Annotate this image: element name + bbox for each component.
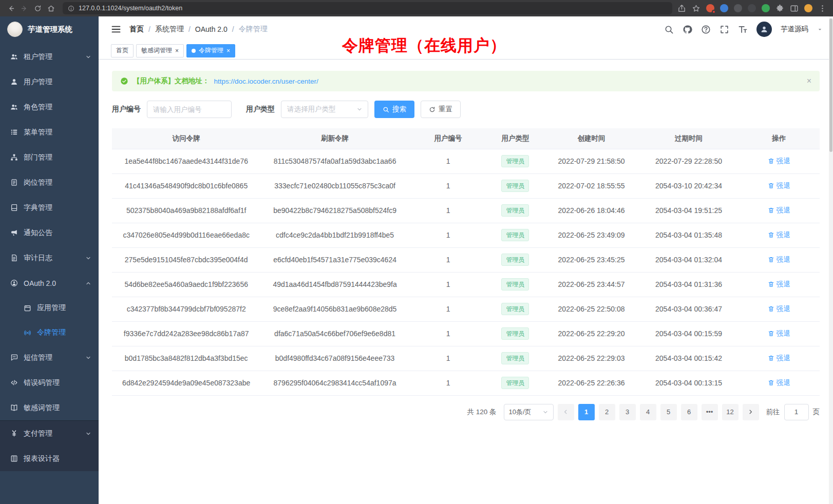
caret-down-icon[interactable]: [817, 27, 823, 32]
page-button-2[interactable]: 2: [599, 404, 615, 420]
sidebar-item-label: 错误码管理: [24, 378, 60, 387]
force-logout-button[interactable]: 强退: [768, 181, 790, 190]
bookmark-star-icon[interactable]: [692, 4, 701, 13]
document-icon: [10, 254, 18, 262]
fullscreen-icon[interactable]: [720, 25, 729, 34]
expire-time-value: 2054-03-04 01:35:48: [655, 231, 722, 239]
user-id-input[interactable]: [147, 101, 232, 118]
expire-time-value: 2054-03-04 01:31:36: [655, 280, 722, 288]
browser-back-button[interactable]: [4, 2, 17, 15]
breadcrumb-item[interactable]: 首页: [129, 25, 144, 34]
prev-page-button[interactable]: [558, 404, 574, 420]
force-logout-button[interactable]: 强退: [768, 230, 790, 240]
access-token-value: 275e5de9151045fe87cbdc395e004f4d: [125, 256, 248, 264]
extension-icon[interactable]: [762, 4, 770, 12]
tab-sensitive-word[interactable]: 敏感词管理 ×: [136, 44, 184, 57]
browser-home-button[interactable]: [44, 2, 58, 15]
browser-reload-button[interactable]: [31, 2, 44, 15]
profile-avatar-icon[interactable]: [804, 4, 812, 12]
extensions-puzzle-icon[interactable]: [775, 4, 784, 13]
page-button-4[interactable]: 4: [640, 404, 656, 420]
tab-label: 首页: [116, 46, 128, 55]
url-text[interactable]: 127.0.0.1:1024/system/oauth2/token: [79, 5, 182, 12]
force-logout-button[interactable]: 强退: [768, 378, 790, 387]
force-logout-button[interactable]: 强退: [768, 255, 790, 264]
address-bar[interactable]: 127.0.0.1:1024/system/oauth2/token: [63, 2, 672, 14]
sidebar-item-dept[interactable]: 部门管理: [0, 145, 99, 170]
sidebar-item-tenant[interactable]: 租户管理: [0, 44, 99, 69]
more-pages-button[interactable]: •••: [702, 404, 718, 420]
window-scrollbar[interactable]: [829, 16, 833, 504]
sidebar-item-token-manage[interactable]: 令牌管理: [0, 320, 99, 345]
access-token-value: c347026e805e4d99b0d116eae66eda8c: [123, 231, 250, 239]
create-time-value: 2022-06-25 23:49:09: [558, 231, 625, 239]
breadcrumb-item[interactable]: 系统管理: [155, 25, 184, 34]
page-button-6[interactable]: 6: [681, 404, 697, 420]
avatar[interactable]: [756, 22, 772, 37]
page-button-3[interactable]: 3: [619, 404, 636, 420]
tab-close-icon[interactable]: ×: [226, 48, 230, 54]
next-page-button[interactable]: [743, 404, 759, 420]
sidebar-item-app-manage[interactable]: 应用管理: [0, 296, 99, 320]
alert-close-icon[interactable]: ×: [807, 77, 811, 85]
users-icon: [10, 53, 18, 61]
sidebar-item-oauth[interactable]: OAuth 2.0: [0, 270, 99, 296]
trash-icon: [768, 182, 774, 189]
force-logout-button[interactable]: 强退: [768, 206, 790, 215]
search-button[interactable]: 搜索: [374, 101, 414, 118]
app-logo[interactable]: 芋道管理系统: [0, 16, 99, 42]
goto-page-input[interactable]: [784, 404, 809, 420]
sidebar-item-sensitive-word[interactable]: 敏感词管理: [0, 395, 99, 420]
help-icon[interactable]: [701, 25, 711, 34]
extension-icon[interactable]: [734, 4, 742, 12]
sidebar-item-audit-log[interactable]: 审计日志: [0, 245, 99, 270]
sidebar-item-sms[interactable]: 短信管理: [0, 345, 99, 370]
force-logout-button[interactable]: 强退: [768, 304, 790, 314]
share-icon[interactable]: [677, 4, 686, 13]
side-panel-icon[interactable]: [790, 4, 799, 13]
search-icon[interactable]: [664, 25, 674, 34]
browser-forward-button[interactable]: [17, 2, 31, 15]
page-button-12[interactable]: 12: [722, 404, 739, 420]
sidebar-item-notice[interactable]: 通知公告: [0, 220, 99, 245]
sidebar-item-role[interactable]: 角色管理: [0, 94, 99, 120]
extension-icon[interactable]: [748, 4, 756, 12]
breadcrumb-item[interactable]: OAuth 2.0: [195, 25, 228, 33]
page-size-select[interactable]: 10条/页: [504, 404, 554, 420]
force-logout-button[interactable]: 强退: [768, 157, 790, 166]
sidebar-item-label: 字典管理: [24, 203, 52, 212]
expire-time-value: 2054-03-04 19:51:25: [655, 206, 722, 215]
force-logout-button[interactable]: 强退: [768, 280, 790, 289]
reset-button[interactable]: 重置: [421, 101, 461, 118]
font-size-icon[interactable]: [738, 25, 748, 34]
site-info-icon[interactable]: [68, 5, 74, 12]
github-icon[interactable]: [683, 25, 692, 34]
tab-token-manage[interactable]: 令牌管理 ×: [186, 44, 235, 57]
sidebar-item-user[interactable]: 用户管理: [0, 69, 99, 94]
table-row: 6d842e2924594de9a09e45e087323abe 8796295…: [112, 371, 820, 395]
extension-icon[interactable]: [706, 4, 714, 12]
sidebar-item-report-designer[interactable]: 报表设计器: [0, 446, 99, 471]
browser-menu-icon[interactable]: [818, 4, 827, 13]
force-logout-button[interactable]: 强退: [768, 329, 790, 338]
username[interactable]: 芋道源码: [781, 25, 808, 34]
page-button-1[interactable]: 1: [578, 404, 595, 420]
scrollbar-thumb[interactable]: [829, 18, 832, 152]
search-icon: [383, 106, 389, 113]
extension-icon[interactable]: [720, 4, 728, 12]
tab-close-icon[interactable]: ×: [175, 48, 179, 54]
page-button-5[interactable]: 5: [660, 404, 677, 420]
access-token-value: f9336e7c7dd242a283ee98dc86b17a87: [124, 329, 249, 338]
sidebar-item-menu[interactable]: 菜单管理: [0, 120, 99, 145]
sidebar-item-pay[interactable]: 支付管理: [0, 421, 99, 446]
user-type-select[interactable]: 请选择用户类型: [281, 101, 368, 118]
tab-label: 令牌管理: [199, 46, 223, 55]
force-logout-button[interactable]: 强退: [768, 354, 790, 363]
sidebar-item-dict[interactable]: 字典管理: [0, 195, 99, 220]
doc-link[interactable]: https://doc.iocoder.cn/user-center/: [214, 77, 318, 85]
collapse-sidebar-icon[interactable]: [111, 24, 121, 34]
tab-label: 敏感词管理: [141, 46, 172, 55]
tab-home[interactable]: 首页: [111, 44, 134, 57]
sidebar-item-post[interactable]: 岗位管理: [0, 170, 99, 195]
sidebar-item-error-code[interactable]: 错误码管理: [0, 370, 99, 395]
